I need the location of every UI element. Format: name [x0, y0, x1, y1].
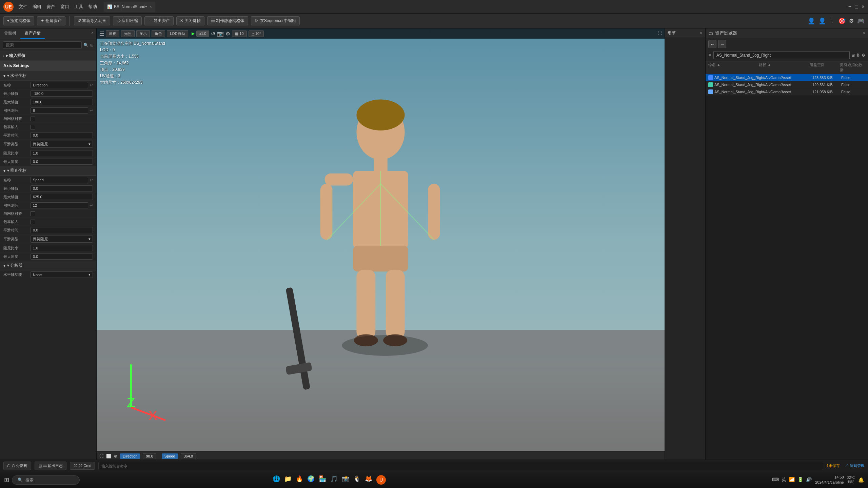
h-snap-checkbox[interactable]	[31, 117, 35, 121]
win-app-icon-3[interactable]: 🔥	[296, 475, 303, 485]
h-damping-value[interactable]: 1.0	[31, 150, 93, 156]
refresh-icon[interactable]: ↺	[211, 30, 215, 37]
create-asset-btn[interactable]: ✦ 创建资产	[37, 16, 65, 25]
fine-close-icon[interactable]: ×	[700, 31, 702, 36]
perspective-btn[interactable]: 透视	[106, 30, 119, 37]
menu-window[interactable]: 窗口	[60, 4, 69, 10]
search-input[interactable]	[3, 41, 82, 49]
sequencer-btn[interactable]: ▷ 在Sequencer中编辑	[251, 16, 299, 25]
export-asset-btn[interactable]: → 导出资产	[144, 16, 173, 25]
win-wifi-icon[interactable]: 📶	[789, 477, 795, 483]
v-maxspeed-value[interactable]: 0.0	[31, 253, 93, 260]
asset-filter-icon[interactable]: ⊞	[851, 53, 855, 58]
lighting-btn[interactable]: 光照	[121, 30, 135, 37]
col-name-header[interactable]: 命名 ▲	[708, 62, 759, 73]
win-app-icon-2[interactable]: 📁	[284, 475, 292, 485]
win-lang-indicator[interactable]: 英	[782, 477, 786, 483]
square-icon[interactable]: ⬜	[106, 454, 111, 459]
apply-compression-btn[interactable]: ◇ 应用压缩	[113, 16, 142, 25]
gamepad-icon[interactable]: 🎮	[857, 17, 865, 25]
speed-btn[interactable]: x1.0	[196, 30, 210, 37]
menu-help[interactable]: 帮助	[88, 4, 97, 10]
win-app-icon-4[interactable]: 🌍	[307, 475, 315, 485]
settings-icon[interactable]: ⚙	[849, 18, 854, 24]
h-grid-reset-icon[interactable]: ↩	[90, 108, 93, 113]
skeleton-tree-tab[interactable]: 骨骼树	[0, 28, 20, 39]
h-smoothtype-select[interactable]: 弹簧阻尼 ▾	[31, 141, 93, 148]
h-maxspeed-value[interactable]: 0.0	[31, 159, 93, 165]
analysis-header[interactable]: ▾ ▾ 分析器	[0, 261, 96, 270]
search-clear-icon[interactable]: ✕	[708, 53, 712, 58]
win-app-icon-8[interactable]: 🐧	[353, 475, 361, 485]
col-virtual-header[interactable]: 拥有虚拟化数据	[840, 62, 865, 73]
win-keyboard-icon[interactable]: ⌨	[772, 477, 779, 483]
settings2-icon[interactable]: ⚙	[225, 30, 230, 37]
lod-btn[interactable]: LOD自动	[167, 30, 188, 37]
more-options-icon[interactable]: ⋮	[829, 18, 835, 24]
cmd-btn[interactable]: ⌘ ⌘ Cmd	[70, 462, 95, 470]
close-key-btn[interactable]: ✕ 关闭键帧	[176, 16, 204, 25]
reimport-btn[interactable]: ↺ 重新导入动画	[74, 16, 110, 25]
asset-row-3[interactable]: AS_Normal_Stand_Jog_Right /All/Game/Asse…	[706, 88, 868, 96]
asset-detail-tab[interactable]: 资产详情	[20, 28, 45, 39]
win-app-icon-9[interactable]: 🦊	[365, 475, 372, 485]
v-min-value[interactable]: 0.0	[31, 185, 93, 191]
grid-count-btn[interactable]: ▦ 10	[232, 30, 246, 37]
v-wrap-checkbox[interactable]	[31, 220, 35, 224]
asset-search-input[interactable]	[713, 52, 850, 59]
h-name-value[interactable]: Direction	[31, 82, 88, 88]
console-input[interactable]	[101, 464, 820, 468]
win-time-display[interactable]: 14:58 2024/4/1/caroline	[815, 475, 844, 485]
win-app-icon-1[interactable]: 🌐	[273, 475, 280, 485]
panel-close-btn[interactable]: ×	[88, 28, 96, 39]
output-log-btn[interactable]: ▤ ▤ 输出日志	[35, 462, 66, 470]
h-min-value[interactable]: -180.0	[31, 90, 93, 97]
menu-tools[interactable]: 工具	[74, 4, 83, 10]
h-func-select[interactable]: None ▾	[31, 271, 93, 278]
asset-row-1[interactable]: AS_Normal_Stand_Jog_Right /All/Game/Asse…	[706, 74, 868, 81]
asset-row-2[interactable]: AS_Normal_Stand_Jog_Right /All/Game/Asse…	[706, 81, 868, 88]
win-app-icon-ue[interactable]: U	[376, 475, 386, 485]
h-name-reset-icon[interactable]: ↩	[90, 83, 93, 87]
close-btn[interactable]: ×	[862, 4, 865, 10]
person-icon[interactable]: 👤	[808, 17, 815, 25]
camera-icon[interactable]: 📷	[217, 30, 224, 37]
win-app-icon-7[interactable]: 📸	[342, 475, 349, 485]
asset-settings-icon[interactable]: ⚙	[862, 53, 865, 58]
h-grid-value[interactable]: 8	[31, 107, 88, 114]
win-app-icon-5[interactable]: 🏪	[319, 475, 326, 485]
win-app-icon-6[interactable]: 🎵	[330, 475, 338, 485]
win-search-box[interactable]: 🔍 搜索	[12, 475, 80, 485]
maximize-btn[interactable]: □	[855, 4, 858, 10]
search-icon[interactable]: 🔍	[83, 43, 88, 47]
menu-file[interactable]: 文件	[19, 4, 27, 10]
v-damping-value[interactable]: 1.0	[31, 245, 93, 251]
speed-value[interactable]: 364.0	[181, 453, 196, 459]
active-tool-icon[interactable]: 🎯	[838, 17, 846, 25]
fullscreen2-icon[interactable]: ⛶	[99, 454, 103, 459]
nav-forward-btn[interactable]: →	[718, 40, 726, 48]
tab-title[interactable]: BS_NormalStand•	[114, 4, 147, 9]
grid-view-icon[interactable]: ⊞	[90, 43, 94, 47]
grid-angle-btn[interactable]: △ 10°	[249, 30, 264, 37]
col-size-header[interactable]: 磁盘空间	[810, 62, 840, 73]
col-path-header[interactable]: 路径 ▲	[759, 62, 809, 73]
minimize-btn[interactable]: −	[848, 4, 851, 10]
cursor-icon[interactable]: ⊕	[114, 454, 117, 459]
fullscreen-icon[interactable]: ⛶	[658, 31, 662, 36]
show-btn[interactable]: 显示	[136, 30, 150, 37]
v-grid-reset-icon[interactable]: ↩	[90, 203, 93, 208]
v-snap-checkbox[interactable]	[31, 211, 35, 216]
v-smooth-value[interactable]: 0.0	[31, 227, 93, 233]
tab-close-btn[interactable]: ×	[150, 4, 152, 9]
v-grid-value[interactable]: 12	[31, 202, 88, 208]
vertical-axis-header[interactable]: ▾ ▾ 垂直坐标	[0, 166, 96, 176]
v-name-value[interactable]: Speed	[31, 177, 88, 183]
h-wrap-checkbox[interactable]	[31, 125, 35, 129]
person2-icon[interactable]: 👤	[818, 17, 826, 25]
static-mesh-btn[interactable]: ▤ 制作静态网格体	[207, 16, 248, 25]
direction-value[interactable]: 90.0	[143, 453, 156, 459]
h-smooth-value[interactable]: 0.0	[31, 132, 93, 138]
source-control-btn[interactable]: ↗ 源码管理	[845, 463, 865, 468]
skeleton-tree-btn[interactable]: ⬡ ⬡ 骨骼树	[3, 462, 31, 470]
